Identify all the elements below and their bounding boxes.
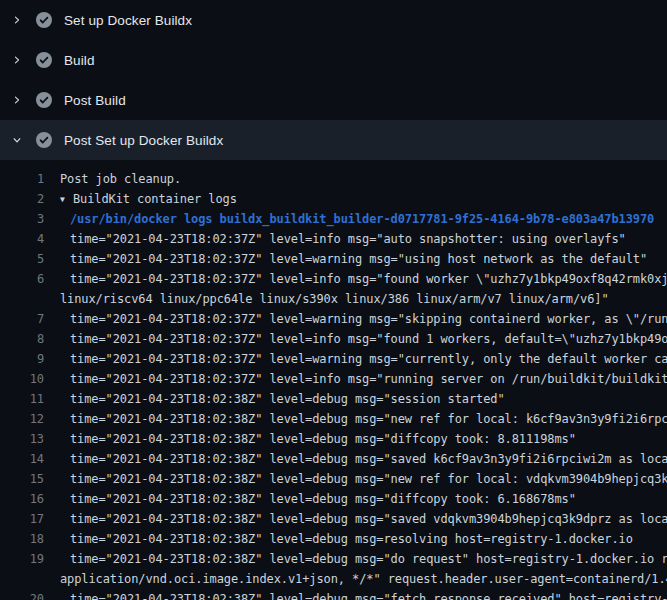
log-line-number[interactable]: 15 xyxy=(0,472,44,486)
log-line-number[interactable]: 11 xyxy=(0,392,44,406)
log-line-number[interactable]: 20 xyxy=(0,592,44,600)
log-line-number[interactable]: 18 xyxy=(0,532,44,546)
log-line: 16 time="2021-04-23T18:02:38Z" level=deb… xyxy=(0,489,667,509)
log-line-text: time="2021-04-23T18:02:38Z" level=debug … xyxy=(44,412,667,426)
log-line: 3 /usr/bin/docker logs buildx_buildkit_b… xyxy=(0,209,667,229)
log-line: 14 time="2021-04-23T18:02:38Z" level=deb… xyxy=(0,449,667,469)
log-line-text: time="2021-04-23T18:02:38Z" level=debug … xyxy=(44,552,667,566)
chevron-right-icon xyxy=(12,52,22,68)
log-line-number[interactable]: 8 xyxy=(0,332,44,346)
log-line-number[interactable]: 6 xyxy=(0,272,44,286)
group-title[interactable]: BuildKit container logs xyxy=(73,192,237,206)
workflow-log-panel: Set up Docker Buildx Build Post Build xyxy=(0,0,667,600)
step-row[interactable]: Post Set up Docker Buildx xyxy=(0,120,667,160)
log-line: application/vnd.oci.image.index.v1+json,… xyxy=(0,569,667,589)
log-line: 5 time="2021-04-23T18:02:37Z" level=warn… xyxy=(0,249,667,269)
log-output: 1 Post job cleanup. 2 ▼BuildKit containe… xyxy=(0,169,667,600)
log-line-text: time="2021-04-23T18:02:38Z" level=debug … xyxy=(44,532,633,546)
log-line-text: time="2021-04-23T18:02:38Z" level=debug … xyxy=(44,492,576,506)
log-line-number[interactable]: 4 xyxy=(0,232,44,246)
log-line-text: time="2021-04-23T18:02:37Z" level=warnin… xyxy=(44,252,647,266)
log-line-number[interactable]: 2 xyxy=(0,192,44,206)
step-label: Post Build xyxy=(64,93,126,108)
log-line-text: time="2021-04-23T18:02:37Z" level=info m… xyxy=(44,332,667,346)
log-line: 8 time="2021-04-23T18:02:37Z" level=info… xyxy=(0,329,667,349)
chevron-right-icon xyxy=(12,12,22,28)
log-line-number[interactable]: 7 xyxy=(0,312,44,326)
log-line-text: time="2021-04-23T18:02:38Z" level=debug … xyxy=(44,592,667,600)
log-line-text: time="2021-04-23T18:02:37Z" level=info m… xyxy=(44,372,667,386)
log-line: linux/riscv64 linux/ppc64le linux/s390x … xyxy=(0,289,667,309)
log-line-text: time="2021-04-23T18:02:37Z" level=info m… xyxy=(44,232,626,246)
log-line-text: ▼BuildKit container logs xyxy=(44,192,237,206)
log-line-text: time="2021-04-23T18:02:38Z" level=debug … xyxy=(44,452,667,466)
log-line: 15 time="2021-04-23T18:02:38Z" level=deb… xyxy=(0,469,667,489)
log-line-text: time="2021-04-23T18:02:38Z" level=debug … xyxy=(44,512,667,526)
chevron-down-icon xyxy=(12,132,22,148)
check-circle-icon xyxy=(36,12,52,28)
log-line-text: time="2021-04-23T18:02:37Z" level=warnin… xyxy=(44,352,667,366)
step-label: Build xyxy=(64,53,95,68)
log-line: 19 time="2021-04-23T18:02:38Z" level=deb… xyxy=(0,549,667,569)
step-label: Set up Docker Buildx xyxy=(64,13,192,28)
log-line-text: Post job cleanup. xyxy=(44,172,181,186)
log-line-number[interactable]: 19 xyxy=(0,552,44,566)
log-line-number[interactable]: 14 xyxy=(0,452,44,466)
log-line-text: linux/riscv64 linux/ppc64le linux/s390x … xyxy=(44,292,609,306)
log-line-text: time="2021-04-23T18:02:38Z" level=debug … xyxy=(44,432,576,446)
log-line: 18 time="2021-04-23T18:02:38Z" level=deb… xyxy=(0,529,667,549)
log-line-number[interactable]: 13 xyxy=(0,432,44,446)
log-line: 7 time="2021-04-23T18:02:37Z" level=warn… xyxy=(0,309,667,329)
log-line-text: application/vnd.oci.image.index.v1+json,… xyxy=(44,572,667,586)
log-line-text: time="2021-04-23T18:02:37Z" level=warnin… xyxy=(44,312,667,326)
log-line: 1 Post job cleanup. xyxy=(0,169,667,189)
log-line-text: time="2021-04-23T18:02:38Z" level=debug … xyxy=(44,472,667,486)
step-label: Post Set up Docker Buildx xyxy=(64,133,223,148)
log-line-number[interactable]: 17 xyxy=(0,512,44,526)
log-line-number[interactable]: 16 xyxy=(0,492,44,506)
log-line: 13 time="2021-04-23T18:02:38Z" level=deb… xyxy=(0,429,667,449)
check-circle-icon xyxy=(36,52,52,68)
log-line: 2 ▼BuildKit container logs xyxy=(0,189,667,209)
log-line: 10 time="2021-04-23T18:02:37Z" level=inf… xyxy=(0,369,667,389)
log-line-number[interactable]: 10 xyxy=(0,372,44,386)
log-line: 4 time="2021-04-23T18:02:37Z" level=info… xyxy=(0,229,667,249)
log-line-text: /usr/bin/docker logs buildx_buildkit_bui… xyxy=(44,212,654,226)
triangle-down-icon[interactable]: ▼ xyxy=(60,195,73,204)
log-line: 17 time="2021-04-23T18:02:38Z" level=deb… xyxy=(0,509,667,529)
step-row[interactable]: Build xyxy=(0,40,667,80)
log-line-number[interactable]: 9 xyxy=(0,352,44,366)
log-line-text: time="2021-04-23T18:02:37Z" level=info m… xyxy=(44,272,667,286)
check-circle-icon xyxy=(36,92,52,108)
chevron-right-icon xyxy=(12,92,22,108)
log-line: 20 time="2021-04-23T18:02:38Z" level=deb… xyxy=(0,589,667,600)
log-line-text: time="2021-04-23T18:02:38Z" level=debug … xyxy=(44,392,505,406)
log-line-number[interactable]: 12 xyxy=(0,412,44,426)
log-line: 11 time="2021-04-23T18:02:38Z" level=deb… xyxy=(0,389,667,409)
log-line: 6 time="2021-04-23T18:02:37Z" level=info… xyxy=(0,269,667,289)
log-line: 9 time="2021-04-23T18:02:37Z" level=warn… xyxy=(0,349,667,369)
log-line: 12 time="2021-04-23T18:02:38Z" level=deb… xyxy=(0,409,667,429)
log-line-number[interactable]: 3 xyxy=(0,212,44,226)
check-circle-icon xyxy=(36,132,52,148)
step-list: Set up Docker Buildx Build Post Build xyxy=(0,0,667,160)
log-line-number[interactable]: 5 xyxy=(0,252,44,266)
step-row[interactable]: Set up Docker Buildx xyxy=(0,0,667,40)
step-row[interactable]: Post Build xyxy=(0,80,667,120)
log-line-number[interactable]: 1 xyxy=(0,172,44,186)
